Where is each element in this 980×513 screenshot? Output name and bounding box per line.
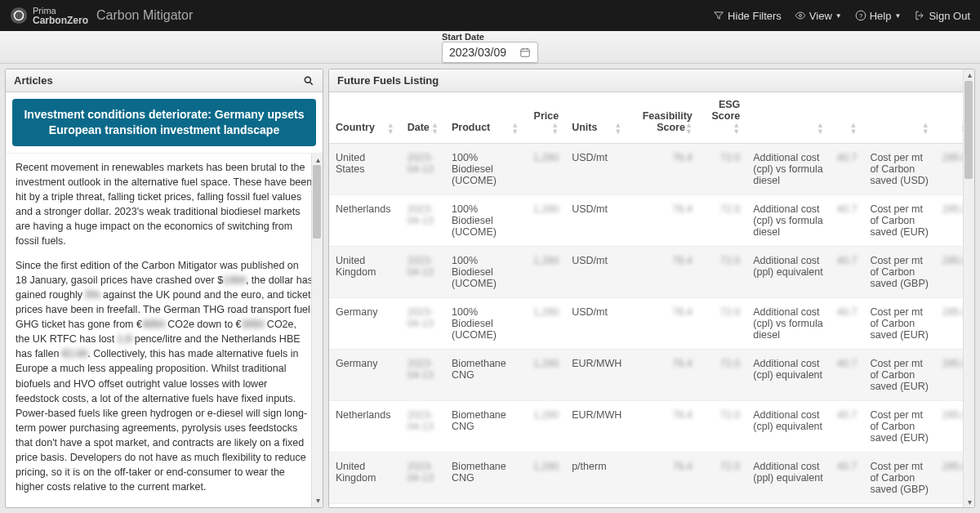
svg-point-0 xyxy=(11,7,27,24)
scrollbar[interactable]: ▴ ▾ xyxy=(311,154,323,507)
cell-units: USD/mt xyxy=(565,298,628,350)
cell-date: 2023-04-13 xyxy=(401,401,445,453)
col-product[interactable]: Product▲▼ xyxy=(445,92,525,144)
cell-extra1-val: 40.7 xyxy=(831,401,863,453)
table-row[interactable]: United States2023-04-13Biomethane CNG1,2… xyxy=(329,504,974,508)
view-menu[interactable]: View ▼ xyxy=(795,10,842,22)
table-row[interactable]: United Kingdom2023-04-13Biomethane CNG1,… xyxy=(329,453,974,504)
scrollbar-thumb[interactable] xyxy=(313,165,321,239)
sort-icon[interactable]: ▲▼ xyxy=(511,122,519,135)
cell-product: 100% Biodiesel (UCOME) xyxy=(445,298,525,350)
sort-icon[interactable]: ▲▼ xyxy=(551,122,559,135)
start-date-input[interactable]: 2023/03/09 xyxy=(442,42,538,63)
svg-point-1 xyxy=(799,15,801,17)
sort-icon[interactable]: ▲▼ xyxy=(849,122,857,135)
cell-country: Germany xyxy=(329,298,401,350)
cell-product: Biomethane CNG xyxy=(445,453,525,504)
listing-table: Country▲▼ Date▲▼ Product▲▼ Price▲▼ Units… xyxy=(329,92,974,507)
cell-country: Netherlands xyxy=(329,195,401,247)
sort-icon[interactable]: ▲▼ xyxy=(614,122,621,135)
col-date[interactable]: Date▲▼ xyxy=(401,92,445,144)
cell-date: 2023-04-13 xyxy=(401,144,445,195)
scrollbar[interactable]: ▴ ▾ xyxy=(963,69,974,507)
cell-country: United States xyxy=(329,144,401,195)
cell-feasibility: 76.4 xyxy=(628,401,699,453)
cell-units: p/therm xyxy=(565,453,628,504)
cell-date: 2023-04-13 xyxy=(401,247,445,298)
col-extra1[interactable]: ▲▼ xyxy=(746,92,831,144)
hide-filters-button[interactable]: Hide Filters xyxy=(713,10,782,22)
search-icon[interactable] xyxy=(303,75,314,87)
article-para: It is clear in the numbers the impact th… xyxy=(16,504,313,507)
sort-icon[interactable]: ▲▼ xyxy=(685,122,693,135)
table-row[interactable]: Germany2023-04-13100% Biodiesel (UCOME)1… xyxy=(329,298,974,350)
cell-price: 1,280 xyxy=(525,453,565,504)
cell-country: Germany xyxy=(329,350,401,401)
scrollbar-thumb[interactable] xyxy=(964,81,973,179)
brand-logo: Prima CarbonZero xyxy=(10,7,88,25)
table-row[interactable]: United States2023-04-13100% Biodiesel (U… xyxy=(329,144,974,195)
cell-date: 2023-04-13 xyxy=(401,453,445,504)
cell-feasibility: 76.4 xyxy=(628,298,699,350)
cell-feasibility: 76.4 xyxy=(628,247,699,298)
col-feasibility[interactable]: Feasibility Score▲▼ xyxy=(628,92,699,144)
articles-panel: Articles Investment conditions deteriora… xyxy=(5,69,323,508)
col-extra1-val[interactable]: ▲▼ xyxy=(831,92,863,144)
cell-country: United Kingdom xyxy=(329,453,401,504)
cell-units: USD/mt xyxy=(565,195,628,247)
cell-date: 2023-04-13 xyxy=(401,350,445,401)
sort-icon[interactable]: ▲▼ xyxy=(431,122,439,135)
listing-panel: Future Fuels Listing Country▲▼ Date▲▼ Pr… xyxy=(328,69,975,508)
table-row[interactable]: Netherlands2023-04-13100% Biodiesel (UCO… xyxy=(329,195,974,247)
sort-icon[interactable]: ▲▼ xyxy=(922,122,929,135)
col-price[interactable]: Price▲▼ xyxy=(525,92,565,144)
table-header-row: Country▲▼ Date▲▼ Product▲▼ Price▲▼ Units… xyxy=(329,92,974,144)
table-row[interactable]: Netherlands2023-04-13Biomethane CNG1,280… xyxy=(329,401,974,453)
cell-extra1: Additional cost (cpl) equivalent xyxy=(746,350,831,401)
cell-esg: 72.0 xyxy=(699,453,746,504)
col-esg[interactable]: ESG Score▲▼ xyxy=(699,92,746,144)
cell-extra1: Additional cost (cpl) equivalent xyxy=(746,504,831,508)
cell-price: 1,280 xyxy=(525,401,565,453)
cell-esg: 72.0 xyxy=(699,298,746,350)
cell-extra1-val: 40.7 xyxy=(831,350,863,401)
scroll-up-icon[interactable]: ▴ xyxy=(965,70,973,79)
cell-extra1-val: 40.7 xyxy=(831,504,863,508)
cell-country: Netherlands xyxy=(329,401,401,453)
table-row[interactable]: United Kingdom2023-04-13100% Biodiesel (… xyxy=(329,247,974,298)
cell-extra1-val: 40.7 xyxy=(831,195,863,247)
scroll-down-icon[interactable]: ▾ xyxy=(314,495,322,507)
col-units[interactable]: Units▲▼ xyxy=(565,92,628,144)
cell-extra1: Additional cost (ppl) equivalent xyxy=(746,453,831,504)
help-menu[interactable]: ? Help ▼ xyxy=(855,10,902,22)
app-header: Prima CarbonZero Carbon Mitigator Hide F… xyxy=(0,0,980,31)
article-para: Recent movement in renewables markets ha… xyxy=(16,160,313,249)
cell-extra1: Additional cost (cpl) vs formula diesel xyxy=(746,144,831,195)
cell-extra2: Cost per mt of Carbon saved (EUR) xyxy=(863,401,935,453)
chevron-down-icon: ▼ xyxy=(894,12,901,20)
cell-extra2: Cost per mt of Carbon saved (EUR) xyxy=(863,350,935,401)
cell-feasibility: 76.4 xyxy=(628,350,699,401)
col-extra2[interactable]: ▲▼ xyxy=(863,92,935,144)
scroll-down-icon[interactable]: ▾ xyxy=(965,497,973,506)
sort-icon[interactable]: ▲▼ xyxy=(387,122,394,135)
article-headline[interactable]: Investment conditions deteriorate: Germa… xyxy=(12,99,316,146)
cell-esg: 72.0 xyxy=(699,401,746,453)
articles-title: Articles xyxy=(14,74,53,87)
chevron-down-icon: ▼ xyxy=(835,12,842,20)
cell-extra2: Cost per mt of Carbon saved (GBP) xyxy=(863,453,935,504)
sign-out-button[interactable]: Sign Out xyxy=(914,10,970,22)
cell-price: 1,280 xyxy=(525,144,565,195)
sort-icon[interactable]: ▲▼ xyxy=(817,122,824,135)
sort-icon[interactable]: ▲▼ xyxy=(733,122,740,135)
cell-units: EUR/MWH xyxy=(565,401,628,453)
cell-country: United Kingdom xyxy=(329,247,401,298)
eye-icon xyxy=(795,10,806,21)
calendar-icon xyxy=(519,47,531,58)
cell-extra1: Additional cost (cpl) equivalent xyxy=(746,401,831,453)
cell-feasibility: 76.4 xyxy=(628,195,699,247)
cell-product: Biomethane CNG xyxy=(445,350,525,401)
col-country[interactable]: Country▲▼ xyxy=(329,92,401,144)
table-row[interactable]: Germany2023-04-13Biomethane CNG1,280EUR/… xyxy=(329,350,974,401)
cell-country: United States xyxy=(329,504,401,508)
